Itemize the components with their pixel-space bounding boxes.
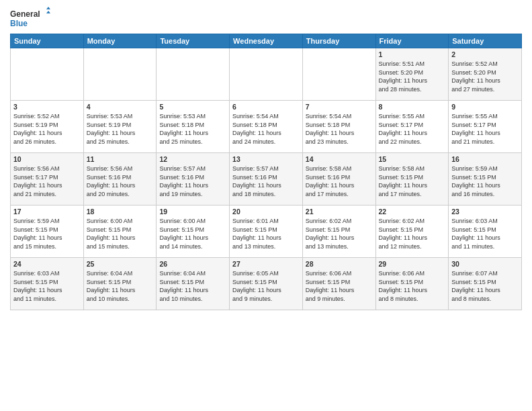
col-header-monday: Monday <box>83 34 157 48</box>
week-row-4: 17Sunrise: 5:59 AM Sunset: 5:15 PM Dayli… <box>11 205 522 258</box>
day-number: 13 <box>232 155 300 163</box>
day-cell: 29Sunrise: 6:06 AM Sunset: 5:15 PM Dayli… <box>375 258 449 310</box>
day-cell: 18Sunrise: 6:00 AM Sunset: 5:15 PM Dayli… <box>83 205 157 258</box>
day-cell: 19Sunrise: 6:00 AM Sunset: 5:15 PM Dayli… <box>157 205 230 258</box>
day-cell: 23Sunrise: 6:03 AM Sunset: 5:15 PM Dayli… <box>449 205 522 258</box>
day-info: Sunrise: 5:54 AM Sunset: 5:18 PM Dayligh… <box>232 112 300 146</box>
day-cell: 3Sunrise: 5:52 AM Sunset: 5:19 PM Daylig… <box>11 101 84 153</box>
day-info: Sunrise: 5:57 AM Sunset: 5:16 PM Dayligh… <box>232 165 300 198</box>
day-cell: 14Sunrise: 5:58 AM Sunset: 5:16 PM Dayli… <box>302 153 375 205</box>
day-cell: 10Sunrise: 5:56 AM Sunset: 5:17 PM Dayli… <box>11 153 84 205</box>
week-row-5: 24Sunrise: 6:03 AM Sunset: 5:15 PM Dayli… <box>11 258 522 310</box>
day-info: Sunrise: 6:02 AM Sunset: 5:15 PM Dayligh… <box>379 217 446 250</box>
day-number: 11 <box>87 155 154 163</box>
day-number: 23 <box>451 208 519 216</box>
day-info: Sunrise: 6:04 AM Sunset: 5:15 PM Dayligh… <box>159 269 226 303</box>
week-row-3: 10Sunrise: 5:56 AM Sunset: 5:17 PM Dayli… <box>11 153 522 205</box>
week-row-2: 3Sunrise: 5:52 AM Sunset: 5:19 PM Daylig… <box>11 101 522 153</box>
col-header-thursday: Thursday <box>302 34 375 48</box>
day-cell: 24Sunrise: 6:03 AM Sunset: 5:15 PM Dayli… <box>11 258 84 310</box>
day-info: Sunrise: 6:02 AM Sunset: 5:15 PM Dayligh… <box>306 217 373 250</box>
header: General Blue <box>10 7 522 31</box>
day-number: 2 <box>451 50 519 58</box>
day-info: Sunrise: 6:06 AM Sunset: 5:15 PM Dayligh… <box>306 269 373 303</box>
day-cell <box>11 48 84 101</box>
day-cell: 15Sunrise: 5:58 AM Sunset: 5:15 PM Dayli… <box>375 153 449 205</box>
day-cell: 1Sunrise: 5:51 AM Sunset: 5:20 PM Daylig… <box>375 48 449 101</box>
day-cell <box>302 48 375 101</box>
day-number: 26 <box>159 260 226 268</box>
day-number: 28 <box>306 260 373 268</box>
day-info: Sunrise: 6:05 AM Sunset: 5:15 PM Dayligh… <box>232 269 300 303</box>
day-cell: 30Sunrise: 6:07 AM Sunset: 5:15 PM Dayli… <box>449 258 522 310</box>
day-cell: 21Sunrise: 6:02 AM Sunset: 5:15 PM Dayli… <box>302 205 375 258</box>
day-number: 12 <box>159 155 226 163</box>
day-number: 29 <box>379 260 446 268</box>
day-info: Sunrise: 6:03 AM Sunset: 5:15 PM Dayligh… <box>451 217 519 250</box>
day-number: 14 <box>306 155 373 163</box>
day-number: 5 <box>159 103 226 111</box>
day-info: Sunrise: 6:06 AM Sunset: 5:15 PM Dayligh… <box>379 269 446 303</box>
day-cell <box>157 48 230 101</box>
day-number: 4 <box>87 103 154 111</box>
day-number: 18 <box>87 208 154 216</box>
day-cell: 11Sunrise: 5:56 AM Sunset: 5:16 PM Dayli… <box>83 153 157 205</box>
day-cell <box>83 48 157 101</box>
svg-marker-2 <box>46 7 50 9</box>
day-number: 17 <box>13 208 81 216</box>
day-cell: 4Sunrise: 5:53 AM Sunset: 5:19 PM Daylig… <box>83 101 157 153</box>
day-info: Sunrise: 6:00 AM Sunset: 5:15 PM Dayligh… <box>159 217 226 250</box>
logo: General Blue <box>10 7 50 31</box>
svg-marker-3 <box>46 11 50 13</box>
day-info: Sunrise: 5:59 AM Sunset: 5:15 PM Dayligh… <box>13 217 81 250</box>
day-info: Sunrise: 6:01 AM Sunset: 5:15 PM Dayligh… <box>232 217 300 250</box>
day-cell: 6Sunrise: 5:54 AM Sunset: 5:18 PM Daylig… <box>230 101 303 153</box>
day-cell: 26Sunrise: 6:04 AM Sunset: 5:15 PM Dayli… <box>157 258 230 310</box>
day-cell: 2Sunrise: 5:52 AM Sunset: 5:20 PM Daylig… <box>449 48 522 101</box>
day-info: Sunrise: 5:52 AM Sunset: 5:20 PM Dayligh… <box>451 60 519 93</box>
calendar-table: SundayMondayTuesdayWednesdayThursdayFrid… <box>10 34 522 310</box>
day-info: Sunrise: 5:53 AM Sunset: 5:19 PM Dayligh… <box>87 112 154 146</box>
day-number: 27 <box>232 260 300 268</box>
col-header-friday: Friday <box>375 34 449 48</box>
svg-text:Blue: Blue <box>10 19 28 28</box>
day-info: Sunrise: 5:57 AM Sunset: 5:16 PM Dayligh… <box>159 165 226 198</box>
day-number: 30 <box>451 260 519 268</box>
col-header-saturday: Saturday <box>449 34 522 48</box>
day-cell: 22Sunrise: 6:02 AM Sunset: 5:15 PM Dayli… <box>375 205 449 258</box>
day-info: Sunrise: 6:04 AM Sunset: 5:15 PM Dayligh… <box>87 269 154 303</box>
logo-svg: General Blue <box>10 7 50 31</box>
col-header-wednesday: Wednesday <box>230 34 303 48</box>
day-cell: 17Sunrise: 5:59 AM Sunset: 5:15 PM Dayli… <box>11 205 84 258</box>
day-info: Sunrise: 5:56 AM Sunset: 5:17 PM Dayligh… <box>13 165 81 198</box>
day-info: Sunrise: 6:07 AM Sunset: 5:15 PM Dayligh… <box>451 269 519 303</box>
svg-text:General: General <box>10 9 40 19</box>
day-number: 9 <box>451 103 519 111</box>
day-info: Sunrise: 5:55 AM Sunset: 5:17 PM Dayligh… <box>451 112 519 146</box>
day-info: Sunrise: 5:52 AM Sunset: 5:19 PM Dayligh… <box>13 112 81 146</box>
day-info: Sunrise: 5:58 AM Sunset: 5:15 PM Dayligh… <box>379 165 446 198</box>
day-cell: 7Sunrise: 5:54 AM Sunset: 5:18 PM Daylig… <box>302 101 375 153</box>
day-cell: 16Sunrise: 5:59 AM Sunset: 5:15 PM Dayli… <box>449 153 522 205</box>
day-info: Sunrise: 6:00 AM Sunset: 5:15 PM Dayligh… <box>87 217 154 250</box>
day-number: 10 <box>13 155 81 163</box>
day-number: 21 <box>306 208 373 216</box>
day-number: 15 <box>379 155 446 163</box>
day-info: Sunrise: 5:58 AM Sunset: 5:16 PM Dayligh… <box>306 165 373 198</box>
day-number: 3 <box>13 103 81 111</box>
day-number: 25 <box>87 260 154 268</box>
page-container: General Blue SundayMondayTuesdayWednesda… <box>0 0 532 314</box>
day-cell: 25Sunrise: 6:04 AM Sunset: 5:15 PM Dayli… <box>83 258 157 310</box>
col-header-sunday: Sunday <box>11 34 84 48</box>
day-cell: 5Sunrise: 5:53 AM Sunset: 5:18 PM Daylig… <box>157 101 230 153</box>
day-info: Sunrise: 5:51 AM Sunset: 5:20 PM Dayligh… <box>379 60 446 93</box>
day-cell <box>230 48 303 101</box>
day-cell: 28Sunrise: 6:06 AM Sunset: 5:15 PM Dayli… <box>302 258 375 310</box>
col-header-tuesday: Tuesday <box>157 34 230 48</box>
day-info: Sunrise: 5:53 AM Sunset: 5:18 PM Dayligh… <box>159 112 226 146</box>
day-number: 8 <box>379 103 446 111</box>
day-number: 24 <box>13 260 81 268</box>
day-cell: 27Sunrise: 6:05 AM Sunset: 5:15 PM Dayli… <box>230 258 303 310</box>
day-cell: 12Sunrise: 5:57 AM Sunset: 5:16 PM Dayli… <box>157 153 230 205</box>
day-info: Sunrise: 5:56 AM Sunset: 5:16 PM Dayligh… <box>87 165 154 198</box>
